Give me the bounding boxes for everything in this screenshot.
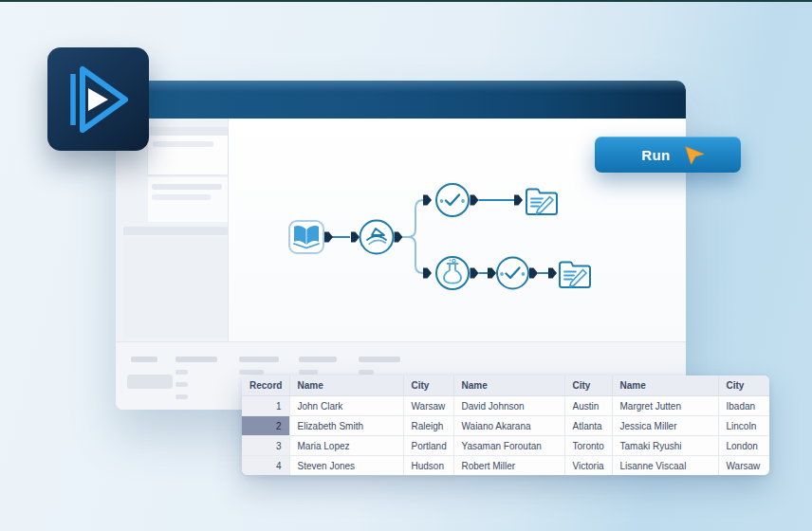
top-accent-strip bbox=[0, 0, 812, 2]
workflow-node-output-bottom[interactable] bbox=[560, 263, 590, 288]
table-row: 1John ClarkWarsawDavid JohnsonAustinMarg… bbox=[242, 396, 769, 416]
record-cell[interactable]: 3 bbox=[242, 436, 289, 456]
column-header-3[interactable]: Name bbox=[453, 375, 564, 396]
run-button[interactable]: Run bbox=[595, 137, 741, 173]
data-cell[interactable]: Warsaw bbox=[403, 396, 453, 416]
illustration-stage: Run RecordNameCityNameCityNameCity1John … bbox=[0, 0, 812, 531]
results-table: RecordNameCityNameCityNameCity1John Clar… bbox=[242, 375, 769, 475]
data-cell[interactable]: John Clark bbox=[289, 396, 403, 416]
data-cell[interactable]: Toronto bbox=[564, 436, 612, 456]
workflow-diagram bbox=[282, 175, 604, 299]
designer-app-window bbox=[116, 81, 686, 410]
results-table-card: RecordNameCityNameCityNameCity1John Clar… bbox=[242, 375, 769, 475]
data-cell[interactable]: Victoria bbox=[564, 456, 612, 476]
table-row: 3Maria LopezPortlandYasaman ForoutanToro… bbox=[242, 436, 769, 456]
placeholder-block bbox=[127, 375, 173, 389]
data-cell[interactable]: Warsaw bbox=[718, 456, 769, 476]
data-cell[interactable]: Raleigh bbox=[403, 416, 453, 436]
placeholder-bar bbox=[299, 370, 318, 375]
window-title-bar bbox=[116, 81, 686, 119]
workflow-node-prepare[interactable] bbox=[360, 221, 394, 254]
cursor-arrow-icon bbox=[684, 144, 706, 166]
placeholder-bar bbox=[239, 370, 264, 375]
data-cell[interactable]: Elizabeth Smith bbox=[289, 416, 403, 436]
data-cell[interactable]: David Johnson bbox=[453, 396, 564, 416]
workflow-node-output-top[interactable] bbox=[526, 190, 557, 215]
workflow-node-test-bottom[interactable] bbox=[497, 258, 528, 289]
record-cell[interactable]: 4 bbox=[242, 456, 289, 476]
workflow-node-formula-flask[interactable] bbox=[436, 257, 469, 289]
placeholder-bar bbox=[359, 370, 374, 375]
column-header-4[interactable]: City bbox=[564, 375, 612, 396]
placeholder-bar bbox=[153, 141, 213, 147]
designer-app-icon[interactable] bbox=[47, 47, 149, 151]
workflow-node-input-book[interactable] bbox=[289, 221, 323, 253]
sidebar-placeholder-card bbox=[148, 177, 228, 222]
placeholder-bar bbox=[299, 357, 337, 362]
workflow-node-test-top[interactable] bbox=[436, 184, 469, 216]
data-cell[interactable]: Yasaman Foroutan bbox=[453, 436, 564, 456]
column-header-2[interactable]: City bbox=[403, 375, 453, 396]
sidebar-placeholder-card bbox=[148, 127, 228, 174]
data-cell[interactable]: Austin bbox=[564, 396, 612, 416]
placeholder-bar bbox=[152, 184, 222, 190]
placeholder-bar bbox=[175, 382, 188, 387]
tool-palette-sidebar bbox=[116, 119, 229, 341]
record-cell[interactable]: 1 bbox=[242, 396, 289, 416]
data-cell[interactable]: Margret Jutten bbox=[612, 396, 718, 416]
data-cell[interactable]: Lisanne Viscaal bbox=[612, 456, 718, 476]
column-header-5[interactable]: Name bbox=[612, 375, 718, 396]
placeholder-bar bbox=[175, 370, 188, 375]
run-button-label: Run bbox=[641, 147, 670, 163]
folder-output-icon bbox=[560, 263, 590, 288]
data-cell[interactable]: Hudson bbox=[403, 456, 453, 476]
placeholder-bar bbox=[152, 194, 211, 200]
play-logo-icon bbox=[69, 65, 128, 134]
placeholder-bar bbox=[175, 357, 217, 362]
sidebar-placeholder-panel bbox=[123, 238, 228, 338]
placeholder-bar bbox=[239, 357, 279, 362]
data-cell[interactable]: Lincoln bbox=[718, 416, 769, 436]
folder-output-icon bbox=[526, 190, 557, 215]
data-cell[interactable]: Portland bbox=[403, 436, 453, 456]
placeholder-bar bbox=[123, 227, 228, 235]
placeholder-bar bbox=[148, 127, 228, 136]
placeholder-bar bbox=[359, 357, 400, 362]
data-cell[interactable]: Atlanta bbox=[564, 416, 612, 436]
column-header-6[interactable]: City bbox=[718, 375, 769, 396]
table-row: 4Steven JonesHudsonRobert MillerVictoria… bbox=[242, 456, 769, 476]
data-cell[interactable]: Tamaki Ryushi bbox=[612, 436, 718, 456]
data-cell[interactable]: Ibadan bbox=[718, 396, 769, 416]
data-cell[interactable]: Steven Jones bbox=[289, 456, 403, 476]
table-row: 2Elizabeth SmithRaleighWaiano AkaranaAtl… bbox=[242, 416, 769, 436]
data-cell[interactable]: Waiano Akarana bbox=[453, 416, 564, 436]
placeholder-bar bbox=[175, 394, 188, 399]
data-cell[interactable]: Jessica Miller bbox=[612, 416, 718, 436]
data-cell[interactable]: Robert Miller bbox=[453, 456, 564, 476]
column-header-1[interactable]: Name bbox=[289, 375, 403, 396]
record-cell[interactable]: 2 bbox=[242, 416, 289, 436]
placeholder-bar bbox=[131, 357, 157, 362]
data-cell[interactable]: London bbox=[718, 436, 769, 456]
data-cell[interactable]: Maria Lopez bbox=[289, 436, 403, 456]
column-header-0[interactable]: Record bbox=[242, 375, 289, 396]
